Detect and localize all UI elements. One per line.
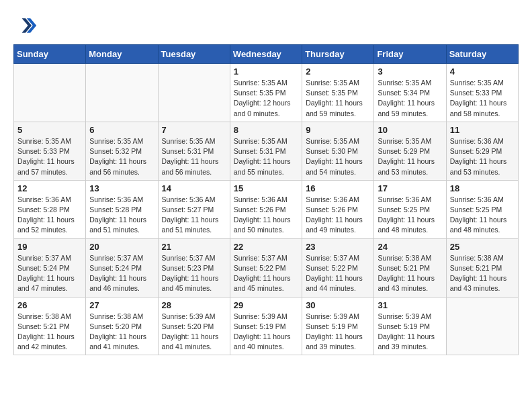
week-row-1: 1Sunrise: 5:35 AMSunset: 5:35 PMDaylight…: [14, 64, 519, 122]
day-info: Sunrise: 5:35 AMSunset: 5:31 PMDaylight:…: [162, 136, 226, 177]
day-number: 12: [17, 183, 82, 193]
day-info: Sunrise: 5:38 AMSunset: 5:21 PMDaylight:…: [450, 253, 515, 294]
logo-icon: [13, 13, 38, 38]
day-info: Sunrise: 5:36 AMSunset: 5:26 PMDaylight:…: [234, 195, 298, 236]
day-info: Sunrise: 5:36 AMSunset: 5:25 PMDaylight:…: [378, 195, 442, 236]
day-info: Sunrise: 5:35 AMSunset: 5:30 PMDaylight:…: [306, 136, 370, 177]
day-info: Sunrise: 5:36 AMSunset: 5:27 PMDaylight:…: [162, 195, 226, 236]
day-info: Sunrise: 5:39 AMSunset: 5:20 PMDaylight:…: [162, 312, 226, 353]
calendar-cell: 15Sunrise: 5:36 AMSunset: 5:26 PMDayligh…: [230, 180, 302, 238]
header-thursday: Thursday: [302, 45, 374, 64]
header-wednesday: Wednesday: [230, 45, 302, 64]
calendar-cell: 13Sunrise: 5:36 AMSunset: 5:28 PMDayligh…: [86, 180, 158, 238]
day-number: 4: [450, 66, 515, 77]
calendar-cell: 10Sunrise: 5:35 AMSunset: 5:29 PMDayligh…: [374, 122, 446, 180]
day-number: 13: [89, 183, 154, 193]
header-friday: Friday: [374, 45, 446, 64]
calendar-cell: 27Sunrise: 5:38 AMSunset: 5:20 PMDayligh…: [86, 297, 158, 355]
calendar-cell: 7Sunrise: 5:35 AMSunset: 5:31 PMDaylight…: [158, 122, 230, 180]
week-row-4: 19Sunrise: 5:37 AMSunset: 5:24 PMDayligh…: [14, 238, 519, 297]
calendar-cell: [158, 64, 230, 122]
calendar-cell: 16Sunrise: 5:36 AMSunset: 5:26 PMDayligh…: [302, 180, 374, 238]
day-info: Sunrise: 5:37 AMSunset: 5:22 PMDaylight:…: [306, 253, 370, 294]
calendar-cell: 28Sunrise: 5:39 AMSunset: 5:20 PMDayligh…: [158, 297, 230, 355]
day-info: Sunrise: 5:38 AMSunset: 5:21 PMDaylight:…: [378, 253, 442, 294]
day-number: 19: [17, 242, 82, 252]
week-row-5: 26Sunrise: 5:38 AMSunset: 5:21 PMDayligh…: [14, 297, 519, 355]
calendar-cell: [14, 64, 86, 122]
calendar-table: SundayMondayTuesdayWednesdayThursdayFrid…: [13, 44, 519, 355]
day-info: Sunrise: 5:37 AMSunset: 5:22 PMDaylight:…: [234, 253, 298, 294]
day-number: 10: [378, 125, 442, 135]
day-number: 18: [450, 183, 515, 193]
day-info: Sunrise: 5:36 AMSunset: 5:28 PMDaylight:…: [89, 195, 154, 236]
calendar-cell: 25Sunrise: 5:38 AMSunset: 5:21 PMDayligh…: [446, 238, 518, 297]
calendar-cell: 11Sunrise: 5:36 AMSunset: 5:29 PMDayligh…: [446, 122, 518, 180]
day-number: 3: [378, 66, 442, 77]
calendar-cell: 17Sunrise: 5:36 AMSunset: 5:25 PMDayligh…: [374, 180, 446, 238]
calendar-cell: [86, 64, 158, 122]
day-info: Sunrise: 5:35 AMSunset: 5:34 PMDaylight:…: [378, 78, 442, 119]
calendar-cell: 20Sunrise: 5:37 AMSunset: 5:24 PMDayligh…: [86, 238, 158, 297]
day-info: Sunrise: 5:35 AMSunset: 5:33 PMDaylight:…: [17, 136, 82, 177]
day-number: 8: [234, 125, 298, 135]
day-info: Sunrise: 5:35 AMSunset: 5:35 PMDaylight:…: [234, 78, 298, 119]
day-info: Sunrise: 5:38 AMSunset: 5:21 PMDaylight:…: [17, 312, 82, 353]
day-info: Sunrise: 5:35 AMSunset: 5:32 PMDaylight:…: [89, 136, 154, 177]
calendar-cell: 19Sunrise: 5:37 AMSunset: 5:24 PMDayligh…: [14, 238, 86, 297]
day-info: Sunrise: 5:37 AMSunset: 5:24 PMDaylight:…: [89, 253, 154, 294]
calendar-cell: 22Sunrise: 5:37 AMSunset: 5:22 PMDayligh…: [230, 238, 302, 297]
day-number: 24: [378, 242, 442, 252]
header-sunday: Sunday: [14, 45, 86, 64]
day-info: Sunrise: 5:39 AMSunset: 5:19 PMDaylight:…: [378, 312, 442, 353]
day-number: 29: [234, 300, 298, 310]
calendar-cell: 23Sunrise: 5:37 AMSunset: 5:22 PMDayligh…: [302, 238, 374, 297]
day-number: 9: [306, 125, 370, 135]
day-info: Sunrise: 5:36 AMSunset: 5:25 PMDaylight:…: [450, 195, 515, 236]
day-number: 28: [162, 300, 226, 310]
day-number: 16: [306, 183, 370, 193]
week-row-3: 12Sunrise: 5:36 AMSunset: 5:28 PMDayligh…: [14, 180, 519, 238]
calendar-cell: 26Sunrise: 5:38 AMSunset: 5:21 PMDayligh…: [14, 297, 86, 355]
day-number: 15: [234, 183, 298, 193]
day-info: Sunrise: 5:36 AMSunset: 5:28 PMDaylight:…: [17, 195, 82, 236]
calendar-cell: 3Sunrise: 5:35 AMSunset: 5:34 PMDaylight…: [374, 64, 446, 122]
day-number: 22: [234, 242, 298, 252]
header-saturday: Saturday: [446, 45, 518, 64]
calendar-cell: 31Sunrise: 5:39 AMSunset: 5:19 PMDayligh…: [374, 297, 446, 355]
day-number: 11: [450, 125, 515, 135]
day-info: Sunrise: 5:35 AMSunset: 5:35 PMDaylight:…: [306, 78, 370, 119]
header-monday: Monday: [86, 45, 158, 64]
calendar-cell: 8Sunrise: 5:35 AMSunset: 5:31 PMDaylight…: [230, 122, 302, 180]
day-info: Sunrise: 5:35 AMSunset: 5:31 PMDaylight:…: [234, 136, 298, 177]
day-info: Sunrise: 5:36 AMSunset: 5:26 PMDaylight:…: [306, 195, 370, 236]
calendar-cell: 21Sunrise: 5:37 AMSunset: 5:23 PMDayligh…: [158, 238, 230, 297]
day-info: Sunrise: 5:35 AMSunset: 5:33 PMDaylight:…: [450, 78, 515, 119]
day-number: 6: [89, 125, 154, 135]
day-number: 30: [306, 300, 370, 310]
calendar-cell: 12Sunrise: 5:36 AMSunset: 5:28 PMDayligh…: [14, 180, 86, 238]
day-info: Sunrise: 5:36 AMSunset: 5:29 PMDaylight:…: [450, 136, 515, 177]
day-info: Sunrise: 5:38 AMSunset: 5:20 PMDaylight:…: [89, 312, 154, 353]
day-number: 21: [162, 242, 226, 252]
day-number: 20: [89, 242, 154, 252]
day-number: 25: [450, 242, 515, 252]
header-tuesday: Tuesday: [158, 45, 230, 64]
calendar-cell: 5Sunrise: 5:35 AMSunset: 5:33 PMDaylight…: [14, 122, 86, 180]
calendar-cell: 29Sunrise: 5:39 AMSunset: 5:19 PMDayligh…: [230, 297, 302, 355]
day-info: Sunrise: 5:39 AMSunset: 5:19 PMDaylight:…: [306, 312, 370, 353]
week-row-2: 5Sunrise: 5:35 AMSunset: 5:33 PMDaylight…: [14, 122, 519, 180]
calendar-cell: 14Sunrise: 5:36 AMSunset: 5:27 PMDayligh…: [158, 180, 230, 238]
page-header: [13, 13, 519, 38]
calendar-cell: 30Sunrise: 5:39 AMSunset: 5:19 PMDayligh…: [302, 297, 374, 355]
day-number: 23: [306, 242, 370, 252]
calendar-cell: 2Sunrise: 5:35 AMSunset: 5:35 PMDaylight…: [302, 64, 374, 122]
calendar-cell: 9Sunrise: 5:35 AMSunset: 5:30 PMDaylight…: [302, 122, 374, 180]
logo: [13, 13, 40, 38]
day-number: 14: [162, 183, 226, 193]
calendar-cell: [446, 297, 518, 355]
calendar-header-row: SundayMondayTuesdayWednesdayThursdayFrid…: [14, 45, 519, 64]
day-number: 27: [89, 300, 154, 310]
day-number: 17: [378, 183, 442, 193]
calendar-cell: 1Sunrise: 5:35 AMSunset: 5:35 PMDaylight…: [230, 64, 302, 122]
